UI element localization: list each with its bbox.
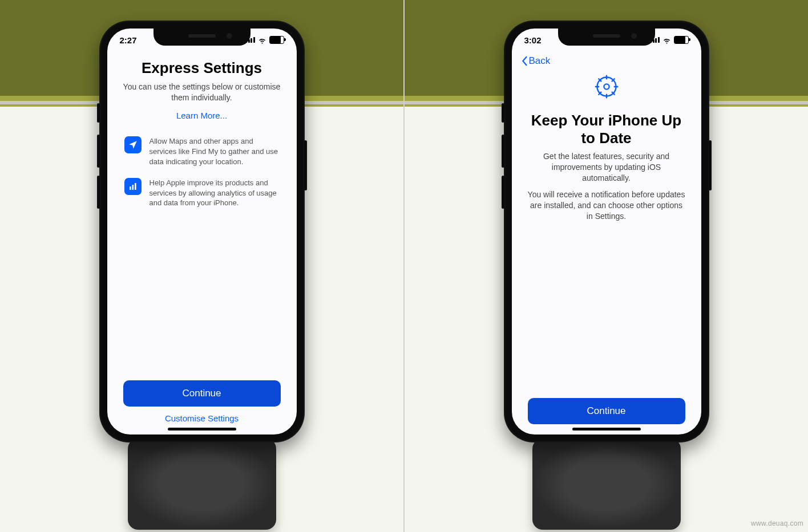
feature-analytics: Help Apple improve its products and serv… — [124, 178, 280, 208]
feature-location: Allow Maps and other apps and services l… — [124, 136, 280, 166]
back-label: Back — [529, 55, 551, 67]
watermark-text: www.deuaq.com — [751, 519, 803, 527]
status-icons — [245, 36, 284, 44]
page-subtitle: You can use the settings below or custom… — [123, 82, 281, 103]
learn-more-link[interactable]: Learn More... — [172, 108, 232, 123]
battery-icon — [269, 36, 284, 44]
location-arrow-icon — [124, 136, 142, 153]
gear-icon — [593, 73, 620, 100]
status-time: 3:02 — [524, 35, 542, 45]
screen-express-settings: 2:27 Express Settings You can use the se… — [107, 29, 297, 434]
screen-keep-up-to-date: 3:02 Back — [512, 29, 701, 434]
iphone-device-right: 3:02 Back — [504, 21, 709, 442]
home-indicator[interactable] — [168, 428, 236, 431]
chevron-left-icon — [521, 56, 528, 66]
svg-point-4 — [604, 84, 609, 89]
iphone-device-left: 2:27 Express Settings You can use the se… — [99, 21, 305, 442]
page-title: Express Settings — [123, 59, 281, 77]
notch — [153, 29, 251, 46]
page-subtitle: Get the latest features, security and im… — [528, 151, 685, 184]
photo-right: 3:02 Back — [405, 0, 808, 532]
svg-rect-0 — [130, 186, 131, 190]
home-indicator[interactable] — [572, 428, 641, 431]
battery-icon — [674, 36, 689, 44]
svg-rect-1 — [132, 185, 134, 190]
back-button[interactable]: Back — [518, 53, 554, 69]
feature-text: Allow Maps and other apps and services l… — [150, 136, 280, 166]
page-note: You will receive a notification before u… — [528, 189, 685, 222]
feature-text: Help Apple improve its products and serv… — [150, 178, 280, 208]
photo-left: 2:27 Express Settings You can use the se… — [0, 0, 405, 532]
customise-settings-button[interactable]: Customise Settings — [123, 407, 281, 424]
notch — [558, 29, 655, 46]
status-time: 2:27 — [120, 35, 137, 45]
page-title: Keep Your iPhone Up to Date — [528, 112, 685, 147]
continue-button[interactable]: Continue — [528, 398, 685, 424]
svg-rect-2 — [135, 183, 136, 190]
continue-button[interactable]: Continue — [123, 380, 281, 407]
wifi-icon — [662, 36, 671, 44]
status-icons — [650, 36, 689, 44]
analytics-bars-icon — [124, 178, 142, 195]
wifi-icon — [258, 36, 266, 44]
